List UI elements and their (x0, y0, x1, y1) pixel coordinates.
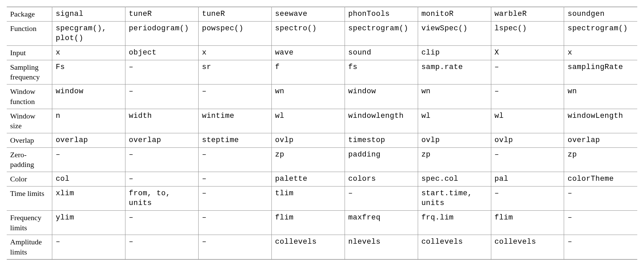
cell: col (52, 172, 125, 186)
cell: – (491, 60, 564, 84)
cell: samplingRate (564, 60, 637, 84)
cell: – (198, 172, 271, 186)
cell: seewave (271, 7, 345, 22)
cell: flim (491, 211, 564, 235)
cell: window (52, 84, 125, 109)
cell: collevels (271, 235, 345, 259)
cell: warbleR (491, 7, 564, 22)
cell: tuneR (125, 7, 199, 22)
cell: zp (564, 147, 637, 172)
cell: – (198, 84, 271, 109)
cell: spectrogram() (345, 21, 418, 45)
cell: lspec() (491, 21, 564, 45)
cell: fs (345, 60, 418, 84)
row-header: Window size (7, 109, 52, 133)
row-header: Time limits (7, 186, 52, 210)
table-body: PackagesignaltuneRtuneRseewavephonToolsm… (7, 7, 637, 260)
cell: windowlength (345, 109, 418, 133)
cell: – (564, 235, 637, 259)
cell: wintime (198, 109, 271, 133)
cell: – (52, 235, 125, 259)
cell: spec.col (418, 172, 491, 186)
table-row: Zero-padding–––zppaddingzp–zp (7, 147, 637, 172)
cell: X (491, 46, 564, 60)
cell: start.time, units (418, 186, 491, 210)
cell: wn (271, 84, 345, 109)
cell: spectro() (271, 21, 345, 45)
cell: tlim (271, 186, 345, 210)
cell: wn (564, 84, 637, 109)
cell: padding (345, 147, 418, 172)
row-header: Package (7, 7, 52, 22)
cell: periodogram() (125, 21, 199, 45)
cell: flim (271, 211, 345, 235)
cell: collevels (418, 235, 491, 259)
table-row: Frequency limitsylim––flimmaxfreqfrq.lim… (7, 211, 637, 235)
cell: powspec() (198, 21, 271, 45)
cell: Fs (52, 60, 125, 84)
comparison-table: PackagesignaltuneRtuneRseewavephonToolsm… (7, 7, 637, 260)
cell: monitoR (418, 7, 491, 22)
table-row: Colorcol––palettecolorsspec.colpalcolorT… (7, 172, 637, 186)
cell: wl (491, 109, 564, 133)
cell: object (125, 46, 199, 60)
cell: wave (271, 46, 345, 60)
table-row: InputxobjectxwavesoundclipXx (7, 46, 637, 60)
cell: colorTheme (564, 172, 637, 186)
cell: – (491, 84, 564, 109)
cell: pal (491, 172, 564, 186)
cell: maxfreq (345, 211, 418, 235)
table-row: PackagesignaltuneRtuneRseewavephonToolsm… (7, 7, 637, 22)
table-row: Window functionwindow––wnwindowwn–wn (7, 84, 637, 109)
cell: – (198, 211, 271, 235)
cell: overlap (125, 133, 199, 147)
cell: – (125, 147, 199, 172)
cell: frq.lim (418, 211, 491, 235)
cell: – (125, 84, 199, 109)
cell: overlap (564, 133, 637, 147)
cell: width (125, 109, 199, 133)
table-row: Window sizenwidthwintimewlwindowlengthwl… (7, 109, 637, 133)
table-row: Overlapoverlapoverlapsteptimeovlptimesto… (7, 133, 637, 147)
cell: ovlp (491, 133, 564, 147)
cell: – (198, 147, 271, 172)
cell: ylim (52, 211, 125, 235)
cell: phonTools (345, 7, 418, 22)
cell: wl (418, 109, 491, 133)
cell: specgram(), plot() (52, 21, 125, 45)
cell: – (52, 147, 125, 172)
cell: zp (271, 147, 345, 172)
row-header: Amplitude limits (7, 235, 52, 259)
cell: x (564, 46, 637, 60)
cell: tuneR (198, 7, 271, 22)
cell: steptime (198, 133, 271, 147)
cell: – (491, 186, 564, 210)
cell: zp (418, 147, 491, 172)
row-header: Color (7, 172, 52, 186)
cell: soundgen (564, 7, 637, 22)
cell: window (345, 84, 418, 109)
cell: from, to, units (125, 186, 199, 210)
cell: – (125, 235, 199, 259)
cell: xlim (52, 186, 125, 210)
cell: colors (345, 172, 418, 186)
table-row: Time limitsxlimfrom, to, units–tlim–star… (7, 186, 637, 210)
cell: – (345, 186, 418, 210)
cell: x (198, 46, 271, 60)
cell: timestop (345, 133, 418, 147)
cell: sound (345, 46, 418, 60)
cell: nlevels (345, 235, 418, 259)
row-header: Overlap (7, 133, 52, 147)
row-header: Frequency limits (7, 211, 52, 235)
cell: ovlp (271, 133, 345, 147)
cell: windowLength (564, 109, 637, 133)
cell: n (52, 109, 125, 133)
cell: sr (198, 60, 271, 84)
table-row: Amplitude limits–––collevelsnlevelscolle… (7, 235, 637, 259)
cell: – (564, 186, 637, 210)
table-row: Sampling frequencyFs–srffssamp.rate–samp… (7, 60, 637, 84)
cell: ovlp (418, 133, 491, 147)
table-row: Functionspecgram(), plot()periodogram()p… (7, 21, 637, 45)
row-header: Zero-padding (7, 147, 52, 172)
cell: wn (418, 84, 491, 109)
